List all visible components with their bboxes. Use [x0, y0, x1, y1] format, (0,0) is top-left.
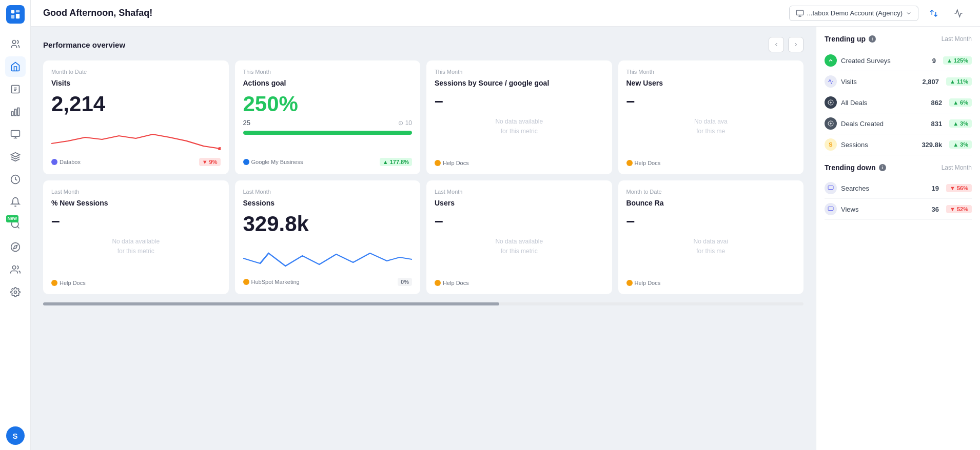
card-sessions-by-source: This Month Sessions by Source / google g… [426, 60, 612, 174]
topbar-right: ...tabox Demo Account (Agency) [789, 4, 968, 23]
content: Performance overview [31, 27, 980, 450]
sparkline [243, 243, 413, 274]
sidebar-item-play[interactable] [5, 124, 26, 145]
activity-icon-btn[interactable] [949, 4, 968, 23]
card-footer: HubSpot Marketing 0% [243, 278, 413, 286]
trending-value: 9 [932, 57, 936, 65]
trending-value: 862 [931, 99, 942, 107]
source-dot [435, 160, 441, 166]
card-footer: Databox ▼ 9% [51, 158, 221, 166]
trending-badge: ▼ 52% [946, 205, 972, 213]
trending-row-created-surveys: Created Surveys 9 ▲ 125% [825, 50, 972, 71]
sidebar-item-layers[interactable] [5, 147, 26, 167]
progress-bar [243, 131, 413, 135]
source-dot [243, 279, 249, 285]
trending-badge: ▼ 56% [946, 184, 972, 192]
trending-name: Deals Created [841, 120, 927, 128]
svg-rect-29 [828, 207, 833, 211]
card-new-users: This Month New Users – No data avafor th… [618, 60, 804, 174]
card-source: HubSpot Marketing [243, 279, 300, 285]
user-avatar[interactable]: S [6, 426, 25, 445]
right-sidebar: Trending up i Last Month Created Surveys… [816, 27, 980, 450]
trending-row-searches: Searches 19 ▼ 56% [825, 178, 972, 199]
trending-name: Searches [841, 185, 928, 192]
sidebar-item-team[interactable] [5, 259, 26, 280]
trending-row-visits: Visits 2,807 ▲ 11% [825, 71, 972, 92]
sidebar-item-users[interactable] [5, 34, 26, 54]
card-title: Actions goal [243, 79, 413, 87]
card-source: Help Docs [435, 160, 469, 166]
trending-icon [825, 182, 837, 194]
source-label: Databox [60, 159, 81, 165]
sidebar-item-compass[interactable] [5, 237, 26, 257]
trending-badge: ▲ 125% [943, 56, 972, 65]
card-source: Databox [51, 159, 81, 165]
left-sidebar: New S [0, 0, 31, 450]
sidebar-item-search-new[interactable]: New [5, 214, 26, 235]
main-area: Good Afternoon, Shafaq! ...tabox Demo Ac… [31, 0, 980, 450]
card-value: 2,214 [51, 93, 221, 115]
trending-icon [825, 54, 837, 67]
svg-marker-15 [13, 245, 17, 249]
prev-arrow[interactable] [769, 37, 784, 52]
svg-rect-28 [828, 186, 833, 190]
performance-header: Performance overview [43, 37, 803, 52]
card-footer: Help Docs [435, 160, 604, 166]
trending-down-period: Last Month [942, 164, 972, 171]
sidebar-item-clock[interactable] [5, 169, 26, 190]
trending-icon [825, 203, 837, 215]
trending-up-title: Trending up i [825, 35, 876, 43]
card-footer: Help Docs [626, 160, 796, 166]
svg-point-17 [14, 291, 16, 294]
svg-rect-6 [11, 112, 13, 116]
info-icon: i [879, 164, 886, 171]
card-source: Help Docs [626, 160, 661, 166]
card-users: Last Month Users – No data availablefor … [426, 180, 612, 294]
card-period: This Month [435, 69, 604, 75]
source-dot [243, 159, 249, 165]
trending-name: Sessions [841, 141, 917, 149]
card-source: Google My Business [243, 159, 303, 165]
sidebar-item-settings[interactable] [5, 282, 26, 302]
scrollbar[interactable] [43, 302, 803, 305]
account-label: ...tabox Demo Account (Agency) [807, 9, 903, 17]
source-label: Google My Business [251, 159, 303, 165]
card-title: New Users [626, 79, 796, 87]
goal-current: 25 [243, 119, 250, 127]
card-source: Help Docs [51, 280, 86, 286]
account-selector[interactable]: ...tabox Demo Account (Agency) [789, 6, 918, 21]
card-value: – [51, 213, 221, 229]
trending-down-title: Trending down i [825, 163, 886, 172]
svg-rect-3 [15, 14, 19, 18]
svg-rect-18 [796, 10, 803, 15]
sidebar-item-numeric[interactable] [5, 79, 26, 99]
trending-name: Views [841, 206, 928, 213]
trending-badge: ▲ 6% [949, 98, 972, 107]
trend-badge: ▲ 177.8% [380, 158, 412, 166]
chevron-down-icon [906, 10, 912, 16]
trending-value: 19 [932, 185, 939, 192]
source-label: HubSpot Marketing [251, 279, 300, 285]
svg-rect-8 [17, 108, 19, 116]
trending-badge: ▲ 3% [949, 140, 972, 149]
card-title: Bounce Ra [626, 199, 796, 207]
card-period: Last Month [51, 189, 221, 195]
svg-point-14 [11, 243, 19, 252]
sidebar-item-home[interactable] [5, 56, 26, 77]
trending-up-period: Last Month [942, 35, 972, 43]
card-title: Visits [51, 79, 221, 87]
card-actions-goal: This Month Actions goal 250% 25 ⊙ 10 Goo… [235, 60, 421, 174]
sidebar-item-bell[interactable] [5, 192, 26, 212]
next-arrow[interactable] [788, 37, 803, 52]
app-logo[interactable] [6, 5, 25, 24]
svg-point-16 [12, 266, 16, 270]
trending-row-sessions: S Sessions 329.8k ▲ 3% [825, 134, 972, 155]
topbar: Good Afternoon, Shafaq! ...tabox Demo Ac… [31, 0, 980, 27]
no-data: No data availablefor this metric [51, 237, 221, 256]
card-value: – [626, 93, 796, 109]
card-footer: Help Docs [626, 280, 796, 286]
card-footer: Help Docs [51, 280, 221, 286]
sort-icon-btn[interactable] [925, 4, 943, 23]
sidebar-item-bar-chart[interactable] [5, 101, 26, 122]
card-title: % New Sessions [51, 199, 221, 207]
